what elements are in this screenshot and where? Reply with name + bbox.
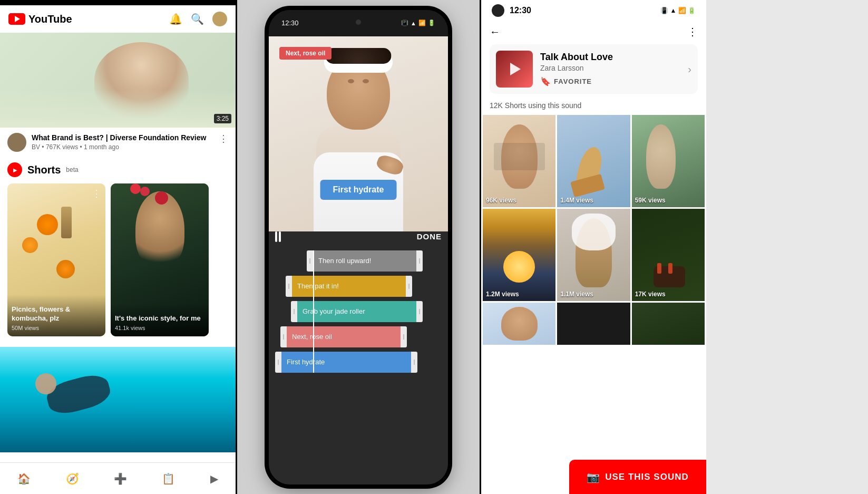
phone2-timeline-editor: DONE | Then roll upward! | bbox=[269, 231, 448, 485]
video-info: What Brand is Best? | Diverse Foundation… bbox=[0, 128, 236, 157]
search-icon[interactable]: 🔍 bbox=[191, 13, 204, 25]
use-sound-label: USE THIS SOUND bbox=[605, 472, 689, 482]
phone3: 12:30 📳 ▲ 📶 🔋 ← ⋮ Talk About Love Zara L… bbox=[480, 0, 706, 494]
shorts-thumbnails-grid: 96K views 1.4M views 59K views bbox=[483, 115, 705, 301]
song-play-icon bbox=[510, 63, 521, 75]
more-button[interactable]: ⋮ bbox=[687, 25, 698, 38]
shorts-title: Shorts bbox=[27, 164, 61, 176]
nav-explore[interactable]: 🧭 bbox=[66, 472, 79, 485]
vibrate-icon: 📳 bbox=[401, 20, 408, 26]
back-button[interactable]: ← bbox=[490, 26, 500, 38]
phone3-time: 12:30 bbox=[510, 6, 531, 15]
shorts-beta-label: beta bbox=[66, 166, 78, 173]
shorts-row-3 bbox=[483, 303, 705, 345]
track-first-hydrate[interactable]: | First hydrate | bbox=[275, 352, 417, 373]
timeline-tracks: | Then roll upward! | | Then pat it in! … bbox=[275, 250, 442, 373]
song-thumbnail[interactable] bbox=[496, 51, 533, 88]
bottom-video[interactable] bbox=[0, 347, 236, 452]
song-title: Talk About Love bbox=[540, 52, 680, 63]
track-handle-right-3[interactable]: | bbox=[416, 301, 423, 322]
signal-icon: 📶 bbox=[418, 20, 426, 26]
short-thumb-7[interactable] bbox=[483, 303, 555, 345]
short-thumb-4[interactable]: 1.2M views bbox=[483, 209, 555, 301]
track-handle-right-4[interactable]: | bbox=[401, 326, 407, 347]
done-button[interactable]: DONE bbox=[417, 232, 442, 241]
timeline-controls: DONE bbox=[275, 231, 442, 242]
use-sound-button[interactable]: 📷 USE THIS SOUND bbox=[569, 460, 706, 494]
favorite-label: FAVORITE bbox=[554, 78, 592, 85]
track-handle-left-4[interactable]: | bbox=[280, 326, 287, 347]
rose-oil-badge: Next, rose oil bbox=[279, 47, 331, 60]
short-views-2: 1.4M views bbox=[560, 197, 593, 204]
track-handle-right-2[interactable]: | bbox=[406, 276, 412, 297]
short-views-6: 17K views bbox=[635, 290, 666, 298]
timeline-playhead bbox=[313, 250, 314, 373]
short-thumb-1[interactable]: 96K views bbox=[483, 115, 555, 207]
short-thumb-5[interactable]: 1.1M views bbox=[557, 209, 630, 301]
track-handle-right-1[interactable]: | bbox=[416, 250, 423, 272]
song-chevron-icon[interactable]: › bbox=[688, 63, 691, 75]
phone3-status-icons: 📳 ▲ 📶 🔋 bbox=[660, 7, 696, 14]
track-rose-oil[interactable]: | Next, rose oil | bbox=[280, 326, 407, 347]
video-duration: 3:25 bbox=[214, 114, 231, 123]
short-thumb-3[interactable]: 59K views bbox=[632, 115, 705, 207]
pause-button[interactable] bbox=[275, 231, 281, 242]
bell-icon[interactable]: 🔔 bbox=[169, 13, 182, 25]
track-handle-right-5[interactable]: | bbox=[411, 352, 417, 373]
shorts-icon bbox=[7, 162, 22, 177]
youtube-logo: YouTube bbox=[8, 13, 72, 25]
track-label-3: Grab your jade roller bbox=[303, 307, 365, 315]
phone1: YouTube 🔔 🔍 3:25 What Brand i bbox=[0, 0, 237, 494]
track-handle-left-3[interactable]: | bbox=[291, 301, 297, 322]
short-card-2-overlay: It's the iconic style, for me 41.1k view… bbox=[111, 304, 209, 336]
nav-home[interactable]: 🏠 bbox=[17, 472, 31, 485]
song-card: Talk About Love Zara Larsson 🔖 FAVORITE … bbox=[490, 44, 698, 94]
short-card-1-views: 50M views bbox=[12, 325, 101, 331]
short-card-2[interactable]: It's the iconic style, for me 41.1k view… bbox=[111, 183, 209, 336]
nav-library[interactable]: ▶ bbox=[210, 472, 218, 485]
track-label-4: Next, rose oil bbox=[292, 333, 332, 341]
phone1-header: YouTube 🔔 🔍 bbox=[0, 5, 236, 33]
video-thumbnail[interactable]: 3:25 bbox=[0, 33, 236, 128]
short-thumb-6[interactable]: 17K views bbox=[632, 209, 705, 301]
phone2-status-bar: 12:30 📳 ▲ 📶 🔋 bbox=[269, 10, 448, 36]
shorts-using-count: 12K Shorts using this sound bbox=[481, 94, 706, 115]
channel-avatar[interactable] bbox=[7, 133, 26, 152]
youtube-logo-text: YouTube bbox=[28, 13, 72, 25]
short-card-1[interactable]: ⋮ Picnics, flowers & kombucha, plz 50M v… bbox=[7, 183, 105, 336]
nav-add[interactable]: ➕ bbox=[114, 472, 127, 485]
track-handle-left-2[interactable]: | bbox=[286, 276, 292, 297]
video-meta: BV • 767K views • 1 month ago bbox=[32, 143, 213, 151]
short-thumb-2[interactable]: 1.4M views bbox=[557, 115, 630, 207]
phone2-time: 12:30 bbox=[281, 19, 299, 27]
track-pat-it-in[interactable]: | Then pat it in! | bbox=[286, 276, 412, 297]
short-thumb-9[interactable] bbox=[632, 303, 705, 345]
track-handle-left-1[interactable]: | bbox=[307, 250, 313, 272]
shorts-grid: ⋮ Picnics, flowers & kombucha, plz 50M v… bbox=[7, 183, 228, 336]
track-roll-upward[interactable]: | Then roll upward! | bbox=[307, 250, 423, 272]
phone2-front-camera bbox=[356, 20, 361, 25]
phone3-status-bar: 12:30 📳 ▲ 📶 🔋 bbox=[481, 0, 706, 21]
track-label-2: Then pat it in! bbox=[297, 282, 339, 290]
video-more-icon[interactable]: ⋮ bbox=[219, 133, 228, 144]
video-title: What Brand is Best? | Diverse Foundation… bbox=[32, 133, 213, 142]
short-thumb-8[interactable] bbox=[557, 303, 630, 345]
track-label-5: First hydrate bbox=[287, 358, 325, 366]
phone3-dot bbox=[492, 4, 504, 17]
bookmark-icon: 🔖 bbox=[540, 76, 551, 86]
user-avatar[interactable] bbox=[212, 12, 227, 26]
phone2-status-icons: 📳 ▲ 📶 🔋 bbox=[401, 20, 435, 26]
phone3-header: ← ⋮ bbox=[481, 21, 706, 44]
nav-subscriptions[interactable]: 📋 bbox=[162, 472, 175, 485]
header-icons: 🔔 🔍 bbox=[169, 12, 227, 26]
track-label-1: Then roll upward! bbox=[318, 257, 371, 265]
phone2-video: Next, rose oil First hydrate bbox=[269, 36, 448, 231]
phone3-status-left: 12:30 bbox=[492, 4, 531, 17]
track-handle-left-5[interactable]: | bbox=[275, 352, 281, 373]
short-card-2-title: It's the iconic style, for me bbox=[115, 314, 204, 323]
song-favorite[interactable]: 🔖 FAVORITE bbox=[540, 76, 680, 86]
short-views-5: 1.1M views bbox=[560, 290, 593, 298]
short-card-more-icon[interactable]: ⋮ bbox=[92, 188, 101, 199]
first-hydrate-badge: First hydrate bbox=[320, 180, 397, 200]
track-jade-roller[interactable]: | Grab your jade roller | bbox=[291, 301, 423, 322]
